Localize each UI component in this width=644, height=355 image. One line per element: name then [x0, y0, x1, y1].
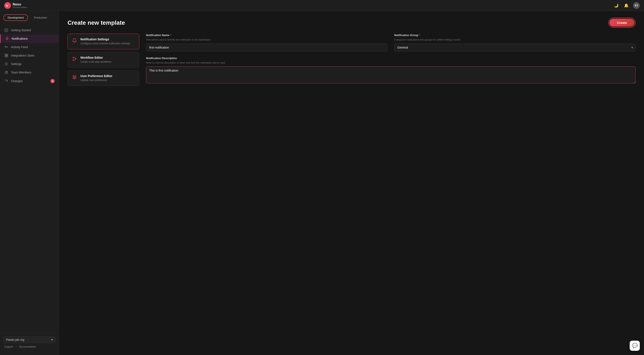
env-production-btn[interactable]: Production — [30, 14, 51, 21]
main-content: Create new template Create Notification … — [59, 11, 644, 355]
card-title-notification-settings: Notification Settings — [80, 38, 130, 41]
template-card-workflow-editor[interactable]: Workflow Editor Create multi-step workfl… — [68, 52, 139, 68]
card-desc-user-preference-editor: Update user preference — [80, 78, 112, 82]
changes-badge: 3 — [50, 79, 55, 83]
notification-group-select[interactable]: General Auth Billing Marketing — [394, 44, 636, 52]
env-development-btn[interactable]: Development — [4, 14, 28, 21]
org-selector[interactable]: Pawan jain org ▾ — [4, 336, 56, 343]
workflow-icon — [72, 56, 77, 63]
sublabel-notification-description: Write an internal description of when an… — [146, 61, 636, 64]
dark-mode-toggle[interactable]: 🌙 — [613, 2, 620, 9]
link-separator: • — [16, 345, 16, 348]
settings-icon — [4, 62, 8, 66]
svg-point-17 — [75, 77, 76, 78]
sidebar-label-settings: Settings — [11, 62, 22, 66]
avatar[interactable]: PJ — [633, 2, 640, 9]
sidebar-label-integrations-store: Integrations Store — [11, 54, 34, 57]
card-title-user-preference-editor: User Preference Editor — [80, 74, 112, 78]
sidebar-label-getting-started: Getting Started — [11, 28, 31, 32]
sidebar: Development Production Getting Started N… — [0, 11, 59, 355]
bolt-icon — [5, 37, 9, 40]
app-subtitle: Formerly Notifee — [13, 6, 27, 8]
svg-point-7 — [6, 64, 7, 64]
support-link[interactable]: Support — [4, 345, 13, 348]
card-text-workflow-editor: Workflow Editor Create multi-step workfl… — [80, 56, 112, 64]
create-btn-wrapper: Create — [608, 18, 636, 28]
sidebar-label-activity-feed: Activity Feed — [11, 46, 28, 49]
svg-point-2 — [5, 28, 8, 32]
chat-icon: 💬 — [632, 343, 638, 348]
label-notification-group: Notification Group * — [394, 34, 636, 37]
topnav-actions: 🌙 🔔 PJ — [613, 2, 640, 9]
required-asterisk-group: * — [419, 34, 420, 37]
check-circle-icon — [4, 28, 8, 32]
sublabel-notification-name: This will be used to identify the notifi… — [146, 38, 388, 41]
sidebar-item-changes[interactable]: Changes 3 — [0, 76, 59, 86]
page-header: Create new template Create — [68, 18, 636, 28]
form-area: Notification Name * This will be used to… — [146, 34, 636, 83]
activity-icon — [4, 45, 8, 49]
sliders-icon — [72, 75, 77, 81]
card-text-user-preference-editor: User Preference Editor Update user prefe… — [80, 74, 112, 82]
card-desc-notification-settings: Configure cross-channel notification set… — [80, 42, 130, 46]
org-name: Pawan jain org — [6, 338, 24, 341]
svg-text:N: N — [6, 4, 8, 8]
sidebar-item-team-members[interactable]: Team Members — [0, 68, 59, 76]
logo: N Novu Formerly Notifee — [4, 2, 27, 9]
sidebar-item-integrations-store[interactable]: Integrations Store — [0, 51, 59, 60]
app-name: Novu — [13, 2, 27, 6]
svg-rect-4 — [6, 54, 8, 55]
template-layout: Notification Settings Configure cross-ch… — [68, 34, 636, 86]
svg-point-9 — [7, 71, 8, 72]
card-title-workflow-editor: Workflow Editor — [80, 56, 112, 59]
bell-settings-icon — [72, 38, 77, 44]
main-layout: Development Production Getting Started N… — [0, 11, 644, 355]
notifications-bell[interactable]: 🔔 — [623, 2, 630, 9]
sidebar-label-changes: Changes — [11, 79, 23, 83]
documentation-link[interactable]: Documentation — [19, 345, 36, 348]
notification-name-input[interactable] — [146, 44, 388, 52]
template-card-notification-settings[interactable]: Notification Settings Configure cross-ch… — [68, 34, 139, 50]
template-cards: Notification Settings Configure cross-ch… — [68, 34, 139, 86]
svg-point-16 — [73, 76, 74, 76]
sidebar-item-activity-feed[interactable]: Activity Feed — [0, 43, 59, 51]
label-notification-name: Notification Name * — [146, 34, 388, 37]
card-desc-workflow-editor: Create multi-step workflows — [80, 60, 112, 64]
form-group-notification-description: Notification Description Write an intern… — [146, 56, 636, 83]
env-switcher: Development Production — [0, 14, 59, 24]
create-button[interactable]: Create — [610, 19, 634, 26]
sidebar-item-getting-started[interactable]: Getting Started — [0, 26, 59, 34]
card-text-notification-settings: Notification Settings Configure cross-ch… — [80, 38, 130, 46]
notification-description-textarea[interactable]: This is first notification — [146, 66, 636, 83]
svg-point-8 — [6, 71, 6, 72]
sidebar-item-notifications[interactable]: Notifications — [0, 34, 59, 43]
sublabel-notification-group: Categorize notifications into groups for… — [394, 38, 636, 41]
org-chevron-icon: ▾ — [51, 338, 53, 341]
sidebar-bottom: Pawan jain org ▾ Support • Documentation — [0, 333, 59, 352]
svg-rect-5 — [5, 56, 6, 57]
sidebar-label-team-members: Team Members — [11, 71, 31, 74]
svg-point-18 — [74, 78, 74, 79]
svg-rect-6 — [6, 56, 8, 57]
sidebar-links: Support • Documentation — [4, 345, 56, 348]
svg-rect-3 — [5, 54, 6, 55]
form-group-notification-group: Notification Group * Categorize notifica… — [394, 34, 636, 52]
changes-icon — [4, 79, 8, 83]
team-icon — [4, 70, 8, 74]
grid-icon — [4, 54, 8, 58]
label-notification-description: Notification Description — [146, 56, 636, 60]
form-group-notification-name: Notification Name * This will be used to… — [146, 34, 388, 52]
page-title: Create new template — [68, 20, 125, 26]
sidebar-item-settings[interactable]: Settings — [0, 60, 59, 68]
sidebar-label-notifications: Notifications — [12, 37, 28, 40]
required-asterisk-name: * — [170, 34, 171, 37]
sidebar-nav: Getting Started Notifications Activity F… — [0, 24, 59, 333]
template-card-user-preference-editor[interactable]: User Preference Editor Update user prefe… — [68, 70, 139, 86]
notification-group-select-wrapper: General Auth Billing Marketing ▾ — [394, 44, 636, 52]
topnav: N Novu Formerly Notifee 🌙 🔔 PJ — [0, 0, 644, 11]
chat-widget[interactable]: 💬 — [630, 341, 640, 351]
